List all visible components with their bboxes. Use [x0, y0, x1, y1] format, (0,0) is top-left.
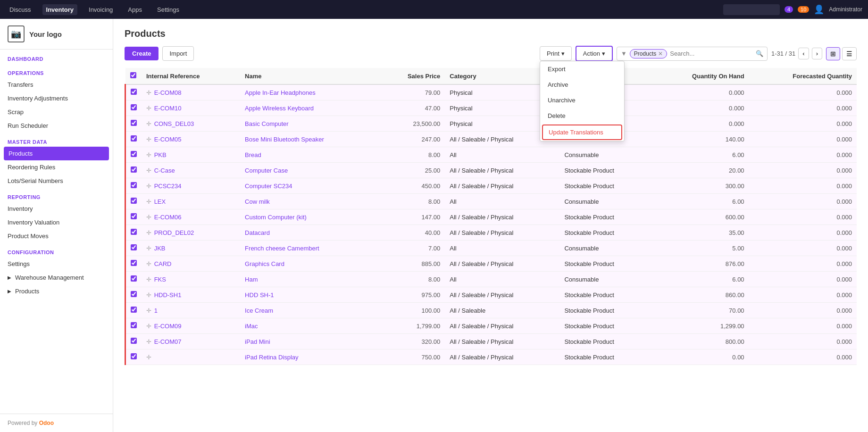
row-ref-link[interactable]: PKB: [154, 151, 167, 158]
drag-handle-icon[interactable]: ✛: [146, 120, 151, 127]
row-name-link[interactable]: Ice Cream: [245, 307, 273, 314]
pagination-prev[interactable]: ‹: [798, 48, 809, 59]
drag-handle-icon[interactable]: ✛: [146, 198, 151, 205]
row-checkbox-10[interactable]: [131, 244, 137, 250]
sidebar-item-scrap[interactable]: Scrap: [0, 105, 113, 119]
row-name-link[interactable]: Apple Wireless Keyboard: [245, 105, 314, 112]
row-checkbox-11[interactable]: [131, 260, 137, 266]
row-name-link[interactable]: Cow milk: [245, 198, 270, 205]
row-ref-link[interactable]: E-COM08: [154, 89, 182, 96]
pagination-next[interactable]: ›: [812, 48, 822, 59]
row-name-link[interactable]: Computer SC234: [245, 183, 292, 190]
search-input[interactable]: [670, 50, 753, 57]
drag-handle-icon[interactable]: ✛: [146, 354, 151, 361]
row-name-link[interactable]: Datacard: [245, 229, 270, 236]
select-all-checkbox[interactable]: [130, 72, 136, 78]
print-button[interactable]: Print ▾: [540, 46, 572, 61]
drag-handle-icon[interactable]: ✛: [146, 105, 151, 112]
sidebar-item-run-scheduler[interactable]: Run Scheduler: [0, 119, 113, 133]
row-checkbox-12[interactable]: [131, 275, 137, 282]
row-name-link[interactable]: iPad Mini: [245, 338, 270, 345]
row-checkbox-14[interactable]: [131, 307, 137, 313]
create-button[interactable]: Create: [125, 47, 159, 60]
nav-item-invoicing[interactable]: Invoicing: [85, 4, 117, 15]
action-menu-unarchive[interactable]: Unarchive: [540, 92, 624, 108]
row-checkbox-1[interactable]: [131, 104, 137, 110]
row-name-link[interactable]: Custom Computer (kit): [245, 214, 307, 221]
row-name-link[interactable]: iMac: [245, 323, 258, 330]
row-checkbox-15[interactable]: [131, 322, 137, 328]
header-qty-on-hand[interactable]: Quantity On Hand: [652, 68, 749, 84]
sidebar-item-inventory-adjustments[interactable]: Inventory Adjustments: [0, 91, 113, 105]
header-sales-price[interactable]: Sales Price: [379, 68, 445, 84]
drag-handle-icon[interactable]: ✛: [146, 338, 151, 345]
row-checkbox-0[interactable]: [131, 89, 137, 95]
row-checkbox-4[interactable]: [131, 151, 137, 157]
search-submit-icon[interactable]: 🔍: [756, 50, 763, 57]
sidebar-item-product-moves[interactable]: Product Moves: [0, 229, 113, 243]
row-name-link[interactable]: French cheese Camembert: [245, 245, 319, 252]
header-forecasted-qty[interactable]: Forecasted Quantity: [749, 68, 857, 84]
row-ref-link[interactable]: JKB: [154, 245, 166, 252]
row-checkbox-5[interactable]: [131, 166, 137, 173]
row-ref-link[interactable]: PCSC234: [154, 183, 182, 190]
row-checkbox-17[interactable]: [131, 353, 137, 359]
row-name-link[interactable]: Basic Computer: [245, 120, 288, 127]
sidebar-item-config-settings[interactable]: Settings: [0, 257, 113, 271]
row-ref-link[interactable]: E-COM09: [154, 323, 182, 330]
row-name-link[interactable]: Computer Case: [245, 167, 288, 174]
drag-handle-icon[interactable]: ✛: [146, 276, 151, 283]
row-name-link[interactable]: Ham: [245, 276, 258, 283]
row-checkbox-9[interactable]: [131, 229, 137, 235]
row-ref-link[interactable]: 1: [154, 307, 158, 314]
import-button[interactable]: Import: [162, 46, 194, 61]
search-tag-close[interactable]: ✕: [658, 50, 663, 57]
row-ref-link[interactable]: E-COM10: [154, 105, 182, 112]
sidebar-item-products[interactable]: Products: [4, 147, 109, 160]
row-ref-link[interactable]: PROD_DEL02: [154, 229, 194, 236]
drag-handle-icon[interactable]: ✛: [146, 291, 151, 299]
drag-handle-icon[interactable]: ✛: [146, 167, 151, 174]
row-ref-link[interactable]: LEX: [154, 198, 166, 205]
row-ref-link[interactable]: CARD: [154, 260, 172, 267]
drag-handle-icon[interactable]: ✛: [146, 89, 151, 96]
row-ref-link[interactable]: FKS: [154, 276, 166, 283]
action-menu-archive[interactable]: Archive: [540, 77, 624, 92]
row-checkbox-16[interactable]: [131, 338, 137, 344]
header-name[interactable]: Name: [240, 68, 379, 84]
sidebar-item-config-products[interactable]: ▶ Products: [0, 284, 113, 298]
sidebar-item-inventory[interactable]: Inventory: [0, 202, 113, 216]
nav-item-settings[interactable]: Settings: [153, 4, 183, 15]
view-kanban-btn[interactable]: ⊞: [826, 47, 840, 60]
sidebar-item-transfers[interactable]: Transfers: [0, 78, 113, 91]
action-button[interactable]: Action ▾: [576, 46, 613, 61]
drag-handle-icon[interactable]: ✛: [146, 214, 151, 221]
header-internal-ref[interactable]: Internal Reference: [142, 68, 240, 84]
sidebar-item-lots-serial[interactable]: Lots/Serial Numbers: [0, 174, 113, 188]
nav-item-discuss[interactable]: Discuss: [6, 4, 35, 15]
drag-handle-icon[interactable]: ✛: [146, 245, 151, 252]
drag-handle-icon[interactable]: ✛: [146, 323, 151, 330]
action-menu-update-translations[interactable]: Update Translations: [542, 125, 622, 140]
row-checkbox-7[interactable]: [131, 198, 137, 204]
action-menu-export[interactable]: Export: [540, 61, 624, 77]
drag-handle-icon[interactable]: ✛: [146, 307, 151, 314]
action-menu-delete[interactable]: Delete: [540, 108, 624, 124]
row-ref-link[interactable]: HDD-SH1: [154, 291, 182, 299]
row-name-link[interactable]: Apple In-Ear Headphones: [245, 89, 316, 96]
row-checkbox-3[interactable]: [131, 135, 137, 141]
drag-handle-icon[interactable]: ✛: [146, 151, 151, 158]
row-checkbox-13[interactable]: [131, 291, 137, 297]
row-checkbox-2[interactable]: [131, 120, 137, 126]
row-name-link[interactable]: iPad Retina Display: [245, 354, 298, 361]
sidebar-item-reordering-rules[interactable]: Reordering Rules: [0, 160, 113, 174]
row-ref-link[interactable]: C-Case: [154, 167, 175, 174]
row-name-link[interactable]: HDD SH-1: [245, 291, 274, 299]
row-ref-link[interactable]: E-COM05: [154, 136, 182, 143]
drag-handle-icon[interactable]: ✛: [146, 260, 151, 267]
row-ref-link[interactable]: CONS_DEL03: [154, 120, 194, 127]
topnav-search[interactable]: [723, 4, 780, 15]
row-checkbox-6[interactable]: [131, 182, 137, 188]
row-ref-link[interactable]: E-COM07: [154, 338, 182, 345]
nav-item-apps[interactable]: Apps: [124, 4, 146, 15]
